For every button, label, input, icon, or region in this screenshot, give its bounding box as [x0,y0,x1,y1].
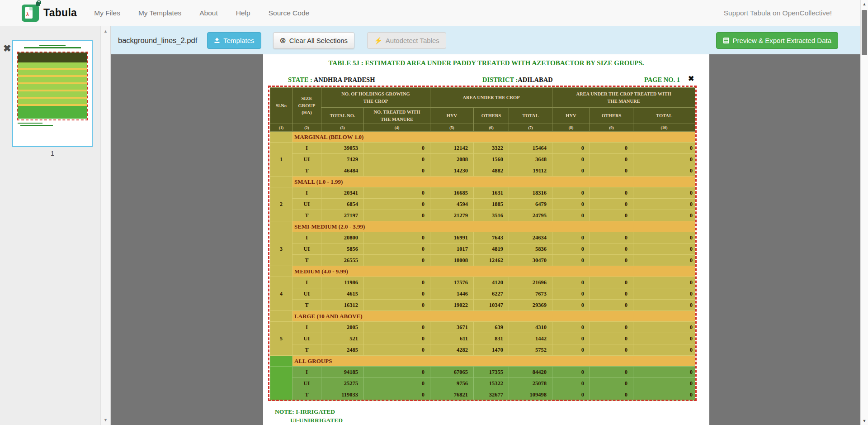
autodetect-tables-button[interactable]: ⚡ Autodetect Tables [367,32,446,49]
toolbar: background_lines_2.pdf Templates ⊗ Clear… [111,26,868,54]
nav-item-about[interactable]: About [199,9,218,17]
nav-item-my-files[interactable]: My Files [94,9,120,17]
templates-button[interactable]: Templates [207,32,261,49]
selection-close-icon[interactable]: ✖ [688,74,694,83]
pdf-workspace: TABLE 5J : ESTIMATED AREA UNDER PADDY TR… [111,54,868,425]
table-selection-box[interactable] [268,86,697,401]
current-filename: background_lines_2.pdf [118,36,197,45]
lightning-icon: ⚡ [374,37,382,44]
nav-item-help[interactable]: Help [236,9,250,17]
page-number-field: PAGE NO. 1 [644,76,680,84]
scrollbar-thumb[interactable] [862,10,867,55]
district-field: DISTRICT :ADILABAD [482,76,553,84]
preview-export-button[interactable]: Preview & Export Extracted Data [716,32,838,49]
thumbnail-sidebar: ✖ 1 [0,26,100,425]
clear-all-selections-button[interactable]: ⊗ Clear All Selections [273,32,354,49]
thumbnail-subtitle-line [24,47,81,48]
remove-file-icon[interactable]: ✖ [3,43,11,53]
support-link[interactable]: Support Tabula on OpenCollective! [724,9,854,17]
scrollbar-down-icon[interactable]: ▼ [861,419,868,423]
scrollbar-up-icon[interactable]: ▲ [861,2,868,6]
page-scrollbar[interactable]: ▲ ▼ [860,0,868,425]
thumbnail-table-preview [17,52,88,120]
thumbnail-page-number: 1 [12,150,93,157]
document-note-1: NOTE: I-IRRIGATED [275,408,335,415]
state-field: STATE : ANDHRA PRADESH [288,76,375,84]
sidebar-scroll-up-icon[interactable]: ▲ [104,29,108,33]
templates-icon [214,37,220,43]
table-icon [723,37,730,44]
top-navbar: λ Tabula My Files My Templates About Hel… [0,0,868,26]
sidebar-scrollbar[interactable]: ▲ ▼ [100,26,111,425]
nav-item-my-templates[interactable]: My Templates [138,9,181,17]
page-thumbnail[interactable] [12,40,93,147]
document-note-2: UI-UNIRRIGATED [290,417,343,424]
thumbnail-title-line [39,45,66,46]
tabula-brand[interactable]: λ Tabula [22,5,77,22]
brand-name: Tabula [43,7,77,19]
clear-icon: ⊗ [280,37,286,44]
sidebar-scroll-down-icon[interactable]: ▼ [104,418,108,422]
thumbnail-note-line [18,123,42,124]
nav-item-source-code[interactable]: Source Code [269,9,309,17]
pdf-page[interactable]: TABLE 5J : ESTIMATED AREA UNDER PADDY TR… [263,54,709,425]
document-title: TABLE 5J : ESTIMATED AREA UNDER PADDY TR… [263,59,709,67]
tabula-logo-icon: λ [22,5,39,22]
nav-items: My Files My Templates About Help Source … [94,9,309,17]
thumbnail-note-line2 [20,125,53,126]
